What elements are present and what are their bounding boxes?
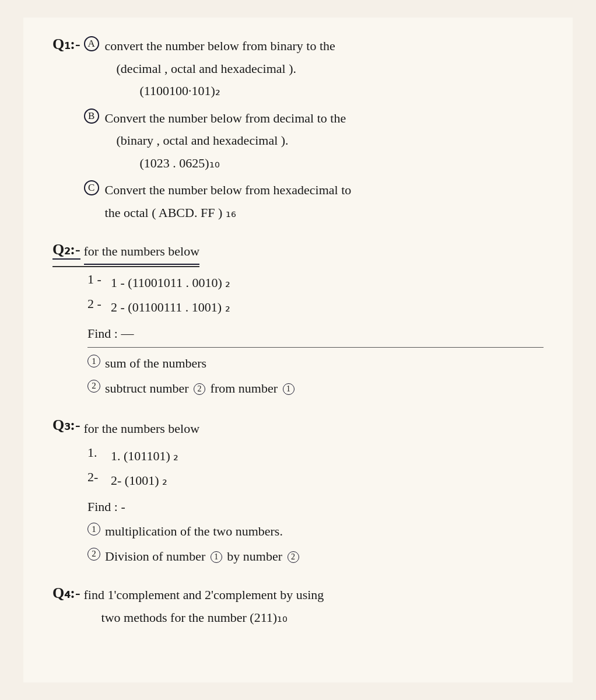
- q2-find: Find : —: [87, 323, 134, 345]
- q1-b-line3: (1023 . 0625)₁₀: [140, 152, 346, 175]
- q3-num2-value: 2- (1001) ₂: [111, 470, 167, 492]
- q3-find: Find : -: [87, 496, 544, 519]
- question-4: Q₄:- find 1'complement and 2'complement …: [52, 584, 544, 629]
- q1-a-line3: (1100100·101)₂: [140, 80, 335, 103]
- q3-item1-circle: 1: [87, 523, 100, 536]
- question-3: Q₃:- for the numbers below 1. 1. (101101…: [52, 416, 544, 568]
- q1-a-line2: (decimal , octal and hexadecimal ).: [117, 58, 335, 80]
- q2-number-2: 2 - 2 - (01100111 . 1001) ₂: [87, 296, 544, 319]
- q2-intro: for the numbers below: [84, 240, 200, 265]
- q3-intro: for the numbers below: [84, 418, 200, 440]
- q4-label: Q₄:-: [52, 584, 80, 602]
- q2-item1-circle: 1: [87, 355, 100, 368]
- q2-inline-circle-1: 1: [283, 383, 295, 395]
- q3-item2: 2 Division of number 1 by number 2: [87, 545, 544, 568]
- q1-c-line1: Convert the number below from hexadecima…: [105, 179, 352, 202]
- q1-part-c-circle: C: [84, 180, 99, 195]
- q3-inline-circle-1: 1: [211, 551, 222, 563]
- q3-num1-value: 1. (101101) ₂: [111, 445, 178, 468]
- question-2: Q₂:- for the numbers below 1 - 1 - (1100…: [52, 240, 544, 400]
- page: Q₁:- A convert the number below from bin…: [23, 18, 573, 682]
- q3-number-2: 2- 2- (1001) ₂: [87, 470, 544, 492]
- q2-num1-label: 1 -: [87, 272, 105, 287]
- q2-item2: 2 subtruct number 2 from number 1: [87, 377, 544, 400]
- q1-label: Q₁:-: [52, 35, 80, 53]
- question-1: Q₁:- A convert the number below from bin…: [52, 35, 544, 224]
- q1-part-b-circle: B: [84, 108, 99, 124]
- q3-item2-text: Division of number 1 by number 2: [105, 545, 301, 568]
- q2-label: Q₂:-: [52, 240, 80, 260]
- q2-num1-value: 1 - (11001011 . 0010) ₂: [111, 272, 230, 295]
- q2-divider: [87, 347, 544, 348]
- q3-number-1: 1. 1. (101101) ₂: [87, 445, 544, 468]
- q1-c-line2: the octal ( ABCD. FF ) ₁₆: [105, 202, 352, 225]
- q4-line1: find 1'complement and 2'complement by us…: [84, 584, 324, 607]
- q1-b-line1: Convert the number below from decimal to…: [105, 107, 346, 130]
- q3-item1: 1 multiplication of the two numbers.: [87, 520, 544, 543]
- q3-item1-text: multiplication of the two numbers.: [105, 520, 283, 543]
- q4-line2: two methods for the number (211)₁₀: [101, 607, 324, 629]
- q2-num2-label: 2 -: [87, 296, 105, 312]
- q3-item2-circle: 2: [87, 548, 100, 561]
- q2-item1: 1 sum of the numbers: [87, 352, 544, 375]
- q3-label: Q₃:-: [52, 416, 80, 434]
- q1-a-line1: convert the number below from binary to …: [105, 35, 335, 58]
- q3-num2-label: 2-: [87, 470, 105, 485]
- q2-item2-text: subtruct number 2 from number 1: [105, 377, 296, 400]
- q2-item2-circle: 2: [87, 380, 100, 393]
- q1-part-a-circle: A: [84, 36, 99, 51]
- q2-inline-circle-2: 2: [194, 383, 205, 395]
- q3-inline-circle-2: 2: [288, 551, 299, 563]
- q1-b-line2: (binary , octal and hexadecimal ).: [117, 130, 346, 152]
- q2-num2-value: 2 - (01100111 . 1001) ₂: [111, 296, 230, 319]
- q2-item1-text: sum of the numbers: [105, 352, 206, 375]
- q3-num1-label: 1.: [87, 445, 105, 460]
- q2-number-1: 1 - 1 - (11001011 . 0010) ₂: [87, 272, 544, 295]
